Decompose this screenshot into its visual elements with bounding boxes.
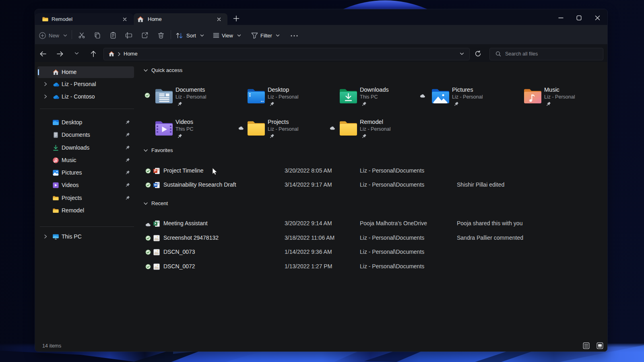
svg-text:X: X	[154, 222, 157, 225]
svg-text:P: P	[154, 169, 157, 173]
svg-text:W: W	[154, 183, 157, 187]
